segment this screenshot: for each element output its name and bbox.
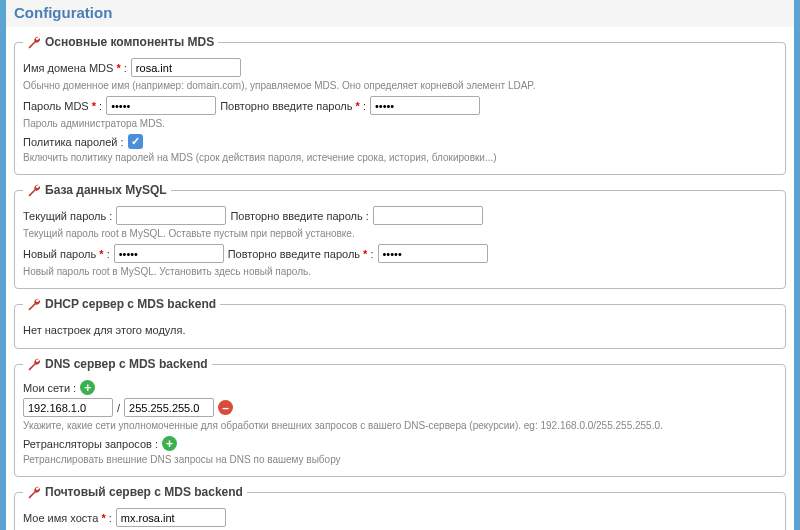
wrench-icon bbox=[27, 357, 41, 371]
legend-mds-text: Основные компоненты MDS bbox=[45, 35, 214, 49]
mail-hostname-label: Мое имя хоста * : bbox=[23, 512, 112, 524]
mysql-current-label: Текущий пароль : bbox=[23, 210, 112, 222]
dns-networks-label: Мои сети : bbox=[23, 382, 76, 394]
legend-mysql-text: База данных MySQL bbox=[45, 183, 167, 197]
content-area: Основные компоненты MDS Имя домена MDS *… bbox=[6, 27, 794, 530]
mds-password-confirm-input[interactable] bbox=[370, 96, 480, 115]
mysql-current-confirm-label: Повторно введите пароль : bbox=[230, 210, 368, 222]
section-dns: DNS сервер с MDS backend Мои сети : + / … bbox=[14, 357, 786, 477]
legend-mds: Основные компоненты MDS bbox=[23, 35, 218, 49]
dns-forwarders-label: Ретрансляторы запросов : bbox=[23, 438, 158, 450]
mysql-current-input[interactable] bbox=[116, 206, 226, 225]
mysql-new-confirm-label: Повторно введите пароль * : bbox=[228, 248, 374, 260]
slash-separator: / bbox=[117, 402, 120, 414]
mds-policy-label: Политика паролей : bbox=[23, 136, 124, 148]
section-mail: Почтовый сервер с MDS backend Мое имя хо… bbox=[14, 485, 786, 530]
wrench-icon bbox=[27, 183, 41, 197]
mds-policy-help: Включить политику паролей на MDS (срок д… bbox=[23, 151, 777, 164]
mds-domain-label: Имя домена MDS * : bbox=[23, 62, 127, 74]
legend-dns: DNS сервер с MDS backend bbox=[23, 357, 212, 371]
section-dhcp: DHCP сервер с MDS backend Нет настроек д… bbox=[14, 297, 786, 349]
mds-password-input[interactable] bbox=[106, 96, 216, 115]
legend-dhcp-text: DHCP сервер с MDS backend bbox=[45, 297, 216, 311]
mds-password-help: Пароль администратора MDS. bbox=[23, 117, 777, 130]
wrench-icon bbox=[27, 297, 41, 311]
dns-net-mask-input[interactable] bbox=[124, 398, 214, 417]
dns-networks-help: Укажите, какие сети уполномоченные для о… bbox=[23, 419, 777, 432]
mds-domain-help: Обычно доменное имя (например: domain.co… bbox=[23, 79, 777, 92]
mysql-new-input[interactable] bbox=[114, 244, 224, 263]
legend-dhcp: DHCP сервер с MDS backend bbox=[23, 297, 220, 311]
mail-hostname-input[interactable] bbox=[116, 508, 226, 527]
wrench-icon bbox=[27, 35, 41, 49]
mds-password-label: Пароль MDS * : bbox=[23, 100, 102, 112]
legend-mail: Почтовый сервер с MDS backend bbox=[23, 485, 247, 499]
wrench-icon bbox=[27, 485, 41, 499]
mysql-new-help: Новый пароль root в MySQL. Установить зд… bbox=[23, 265, 777, 278]
mds-policy-checkbox[interactable]: ✓ bbox=[128, 134, 143, 149]
legend-mail-text: Почтовый сервер с MDS backend bbox=[45, 485, 243, 499]
section-mds-core: Основные компоненты MDS Имя домена MDS *… bbox=[14, 35, 786, 175]
mysql-new-label: Новый пароль * : bbox=[23, 248, 110, 260]
legend-mysql: База данных MySQL bbox=[23, 183, 171, 197]
legend-dns-text: DNS сервер с MDS backend bbox=[45, 357, 208, 371]
section-mysql: База данных MySQL Текущий пароль : Повто… bbox=[14, 183, 786, 289]
mysql-new-confirm-input[interactable] bbox=[378, 244, 488, 263]
add-forwarder-icon[interactable]: + bbox=[162, 436, 177, 451]
mds-password-confirm-label: Повторно введите пароль * : bbox=[220, 100, 366, 112]
dns-forwarders-help: Ретранслировать внешние DNS запросы на D… bbox=[23, 453, 777, 466]
mysql-current-help: Текущий пароль root в MySQL. Оставьте пу… bbox=[23, 227, 777, 240]
mds-domain-input[interactable] bbox=[131, 58, 241, 77]
remove-network-icon[interactable]: – bbox=[218, 400, 233, 415]
page-title: Configuration bbox=[6, 0, 794, 27]
dns-net-ip-input[interactable] bbox=[23, 398, 113, 417]
dhcp-empty-text: Нет настроек для этого модуля. bbox=[23, 324, 186, 336]
add-network-icon[interactable]: + bbox=[80, 380, 95, 395]
mysql-current-confirm-input[interactable] bbox=[373, 206, 483, 225]
